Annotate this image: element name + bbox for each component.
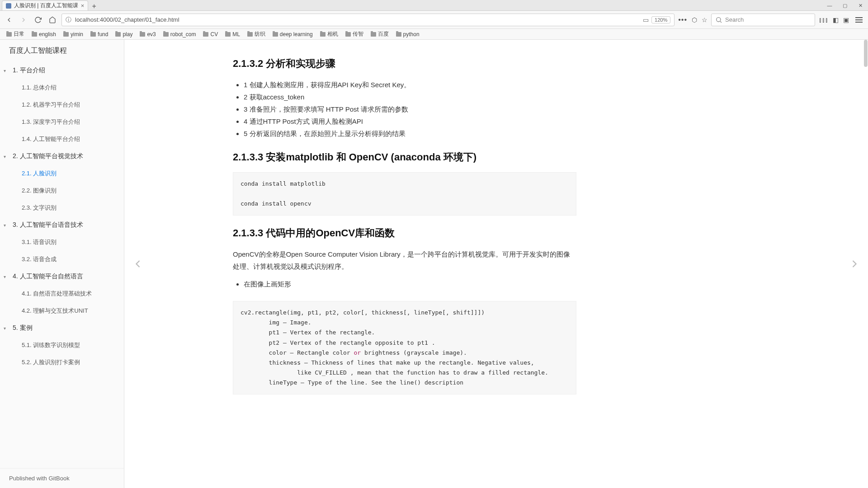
minimize-button[interactable]: — — [822, 0, 837, 11]
heading-opencv: 2.1.3.3 代码中用的OpenCV库和函数 — [233, 226, 576, 240]
bookmark-item[interactable]: 百度 — [368, 29, 392, 39]
bookmark-item[interactable]: english — [29, 30, 59, 38]
library-icon[interactable]: ⫿⫿⫿ — [819, 16, 828, 23]
nav-bar: ⓘ localhost:4000/02_chapter/01_face.html… — [0, 11, 868, 29]
bookmark-item[interactable]: 传智 — [343, 29, 366, 39]
toc-item[interactable]: 4.1. 自然语言处理基础技术 — [0, 285, 124, 302]
folder-icon — [247, 32, 253, 37]
toc-item[interactable]: 5.1. 训练数字识别模型 — [0, 337, 124, 354]
panel-icon[interactable]: ▣ — [843, 16, 849, 23]
bullet-rect: 在图像上画矩形 — [244, 278, 576, 290]
toc-item[interactable]: 1.4. 人工智能平台介绍 — [0, 131, 124, 148]
tab-close-icon[interactable]: × — [81, 2, 85, 9]
bookmarks-bar: 日常englishyiminfundplayev3robot_comCVML纺织… — [0, 29, 868, 40]
search-box[interactable]: Search — [711, 14, 815, 26]
toc-section[interactable]: ▾4. 人工智能平台自然语言 — [0, 268, 124, 285]
sidebar-title[interactable]: 百度人工智能课程 — [0, 40, 124, 62]
folder-icon — [90, 32, 96, 37]
folder-icon — [396, 32, 401, 37]
toolbar-right: ••• ⬡ ☆ — [678, 16, 708, 24]
bookmark-item[interactable]: python — [393, 30, 422, 38]
bookmark-item[interactable]: robot_com — [160, 30, 199, 38]
toc-section[interactable]: ▾1. 平台介绍 — [0, 62, 124, 79]
toc-item[interactable]: 4.2. 理解与交互技术UNIT — [0, 302, 124, 319]
bookmark-item[interactable]: ev3 — [137, 30, 158, 38]
page-actions-icon[interactable]: ••• — [678, 16, 687, 24]
heading-steps: 2.1.3.2 分析和实现步骤 — [233, 57, 576, 70]
scrollbar-thumb[interactable] — [864, 40, 868, 67]
step-item: 5 分析返回的结果，在原始照片上显示分析得到的结果 — [244, 127, 576, 140]
reload-button[interactable] — [33, 14, 43, 25]
toc-item[interactable]: 1.1. 总体介绍 — [0, 79, 124, 96]
pocket-icon[interactable]: ⬡ — [692, 16, 697, 23]
bookmark-star-icon[interactable]: ☆ — [702, 16, 708, 23]
bookmark-item[interactable]: 纺织 — [245, 29, 268, 39]
bookmark-item[interactable]: ML — [222, 30, 243, 38]
folder-icon — [115, 32, 121, 37]
forward-button[interactable] — [18, 14, 29, 25]
chevron-down-icon: ▾ — [4, 274, 6, 279]
bookmark-item[interactable]: play — [113, 30, 135, 38]
toc-item[interactable]: 3.1. 语音识别 — [0, 234, 124, 251]
opencv-desc: OpenCV的全称是Open Source Computer Vision Li… — [233, 248, 576, 272]
info-icon[interactable]: ⓘ — [66, 16, 71, 24]
search-placeholder: Search — [725, 16, 744, 23]
chevron-down-icon: ▾ — [4, 223, 6, 228]
toc-section[interactable]: ▾2. 人工智能平台视觉技术 — [0, 148, 124, 165]
new-tab-button[interactable]: + — [88, 2, 99, 10]
bookmark-item[interactable]: 日常 — [4, 29, 27, 39]
tab-favicon-icon — [6, 3, 11, 9]
zoom-badge[interactable]: 120% — [651, 16, 670, 23]
step-item: 1 创建人脸检测应用，获得应用API Key和 Secret Key。 — [244, 79, 576, 91]
bookmark-item[interactable]: yimin — [61, 30, 86, 38]
tab-bar: 人脸识别 | 百度人工智能课 × + — ▢ ✕ — [0, 0, 868, 11]
step-item: 3 准备照片，按照要求填写 HTTP Post 请求所需的参数 — [244, 103, 576, 115]
gitbook-footer[interactable]: Published with GitBook — [0, 468, 124, 488]
folder-icon — [225, 32, 231, 37]
code-rectangle[interactable]: cv2.rectangle(img, pt1, pt2, color[, thi… — [233, 301, 576, 394]
reader-mode-icon[interactable]: ▭ — [643, 16, 649, 23]
sidebar-toggle-icon[interactable]: ◧ — [833, 16, 839, 23]
home-button[interactable] — [47, 14, 58, 25]
toc-item[interactable]: 2.1. 人脸识别 — [0, 165, 124, 182]
toc-item[interactable]: 2.3. 文字识别 — [0, 199, 124, 216]
toc-section[interactable]: ▾5. 案例 — [0, 319, 124, 337]
prev-page-button[interactable] — [129, 250, 147, 277]
step-item: 2 获取access_token — [244, 91, 576, 103]
folder-icon — [203, 32, 208, 37]
toc-section[interactable]: ▾3. 人工智能平台语音技术 — [0, 216, 124, 234]
bookmark-item[interactable]: 相机 — [317, 29, 341, 39]
browser-tab[interactable]: 人脸识别 | 百度人工智能课 × — [2, 0, 88, 10]
bookmark-item[interactable]: fund — [88, 30, 111, 38]
folder-icon — [63, 32, 69, 37]
opencv-bullets: 在图像上画矩形 — [233, 278, 576, 290]
toc-item[interactable]: 1.2. 机器学习平台介绍 — [0, 96, 124, 113]
close-window-button[interactable]: ✕ — [853, 0, 868, 11]
bookmark-item[interactable]: CV — [200, 30, 221, 38]
folder-icon — [273, 32, 278, 37]
hamburger-menu-button[interactable] — [854, 14, 864, 25]
folder-icon — [140, 32, 145, 37]
toc-item[interactable]: 2.2. 图像识别 — [0, 182, 124, 199]
search-icon — [715, 16, 722, 23]
url-right-controls: ▭ 120% — [643, 16, 670, 23]
toc-item[interactable]: 3.2. 语音合成 — [0, 251, 124, 268]
content-scroll[interactable]: 2.1.3.2 分析和实现步骤 1 创建人脸检测应用，获得应用API Key和 … — [124, 40, 868, 488]
toc-sidebar[interactable]: 百度人工智能课程 ▾1. 平台介绍1.1. 总体介绍1.2. 机器学习平台介绍1… — [0, 40, 124, 488]
chevron-down-icon: ▾ — [4, 68, 6, 73]
toc-item[interactable]: 1.3. 深度学习平台介绍 — [0, 113, 124, 131]
window-controls: — ▢ ✕ — [822, 0, 868, 11]
next-page-button[interactable] — [845, 250, 863, 277]
toc-item[interactable]: 5.2. 人脸识别打卡案例 — [0, 354, 124, 371]
back-button[interactable] — [4, 14, 14, 25]
content-wrap: 2.1.3.2 分析和实现步骤 1 创建人脸检测应用，获得应用API Key和 … — [124, 40, 868, 488]
url-bar[interactable]: ⓘ localhost:4000/02_chapter/01_face.html… — [61, 14, 675, 26]
url-text: localhost:4000/02_chapter/01_face.html — [75, 16, 639, 23]
code-install[interactable]: conda install matplotlib conda install o… — [233, 172, 576, 216]
page-viewport: 百度人工智能课程 ▾1. 平台介绍1.1. 总体介绍1.2. 机器学习平台介绍1… — [0, 40, 868, 488]
article: 2.1.3.2 分析和实现步骤 1 创建人脸检测应用，获得应用API Key和 … — [233, 57, 576, 394]
folder-icon — [345, 32, 351, 37]
browser-chrome: 人脸识别 | 百度人工智能课 × + — ▢ ✕ ⓘ localhost:400… — [0, 0, 868, 40]
maximize-button[interactable]: ▢ — [837, 0, 853, 11]
bookmark-item[interactable]: deep learning — [270, 30, 316, 38]
